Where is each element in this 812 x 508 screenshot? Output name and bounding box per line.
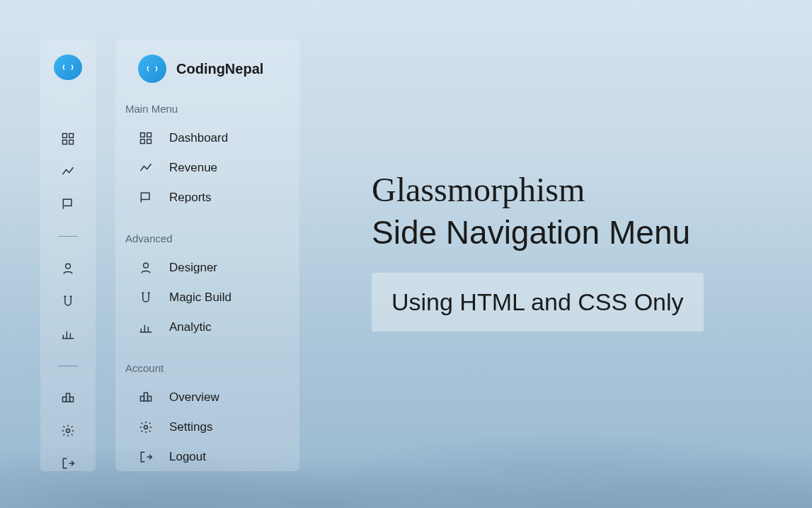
magic-build-icon	[138, 290, 154, 305]
revenue-icon	[138, 160, 154, 176]
svg-point-4	[66, 264, 71, 269]
icon-nav-list	[58, 131, 78, 471]
svg-rect-11	[141, 140, 145, 144]
svg-point-13	[144, 263, 149, 268]
settings-icon[interactable]	[60, 423, 76, 439]
revenue-icon[interactable]	[60, 164, 76, 179]
menu-item-revenue[interactable]: Revenue	[138, 153, 287, 183]
menu-label: Settings	[169, 420, 212, 434]
svg-rect-2	[63, 140, 67, 145]
section-header-advanced: Advanced	[125, 232, 287, 244]
svg-rect-3	[69, 140, 74, 145]
sidebar-divider	[58, 366, 78, 366]
hero-cursive-title: Glassmorphism	[372, 170, 796, 209]
svg-rect-9	[141, 133, 145, 137]
menu-label: Logout	[169, 450, 206, 464]
svg-rect-1	[69, 134, 74, 138]
menu-label: Reports	[169, 191, 212, 205]
menu-item-logout[interactable]: Logout	[138, 442, 287, 472]
menu-item-settings[interactable]: Settings	[138, 412, 287, 442]
svg-rect-16	[148, 396, 151, 401]
analytic-icon	[138, 320, 154, 335]
menu-item-magic-build[interactable]: Magic Build	[138, 283, 287, 312]
brand-logo	[138, 55, 166, 83]
hero-subtitle-badge: Using HTML and CSS Only	[372, 273, 704, 332]
svg-rect-10	[147, 133, 151, 137]
brand-name: CodingNepal	[176, 61, 263, 77]
menu-label: Analytic	[169, 320, 212, 334]
section-header-account: Account	[125, 362, 287, 374]
menu-label: Revenue	[169, 161, 217, 175]
menu-item-designer[interactable]: Designer	[138, 253, 287, 283]
logout-icon[interactable]	[60, 456, 76, 471]
settings-icon	[138, 419, 154, 435]
sidebar-divider	[58, 236, 78, 237]
dashboard-icon	[138, 130, 154, 146]
designer-icon	[138, 260, 154, 276]
overview-icon[interactable]	[60, 390, 76, 406]
menu-item-overview[interactable]: Overview	[138, 383, 287, 412]
brand-row[interactable]: CodingNepal	[138, 55, 287, 83]
sidebar-collapsed	[40, 39, 96, 471]
designer-icon[interactable]	[60, 261, 76, 276]
menu-label: Magic Build	[169, 290, 231, 305]
menu-item-analytic[interactable]: Analytic	[138, 312, 287, 342]
brand-logo[interactable]	[54, 55, 82, 80]
menu-label: Overview	[169, 390, 219, 405]
section-header-main: Main Menu	[125, 103, 287, 115]
svg-rect-7	[70, 397, 74, 402]
menu-item-reports[interactable]: Reports	[138, 183, 287, 213]
svg-rect-15	[141, 396, 144, 401]
overview-icon	[138, 390, 154, 405]
dashboard-icon[interactable]	[60, 131, 76, 147]
logout-icon	[138, 449, 154, 465]
hero-section: Glassmorphism Side Navigation Menu Using…	[372, 170, 796, 332]
hero-main-title: Side Navigation Menu	[372, 213, 796, 252]
menu-item-dashboard[interactable]: Dashboard	[138, 123, 287, 153]
analytic-icon[interactable]	[60, 326, 76, 342]
menu-label: Designer	[169, 261, 217, 275]
menu-label: Dashboard	[169, 131, 228, 145]
svg-point-17	[144, 426, 148, 429]
svg-rect-0	[63, 134, 67, 138]
magic-build-icon[interactable]	[60, 293, 76, 309]
svg-rect-12	[147, 140, 151, 144]
svg-rect-6	[63, 397, 67, 402]
reports-icon	[138, 190, 154, 205]
svg-point-8	[67, 429, 70, 433]
sidebar-expanded: CodingNepal Main Menu Dashboard Revenue …	[115, 39, 299, 471]
reports-icon[interactable]	[60, 196, 76, 212]
